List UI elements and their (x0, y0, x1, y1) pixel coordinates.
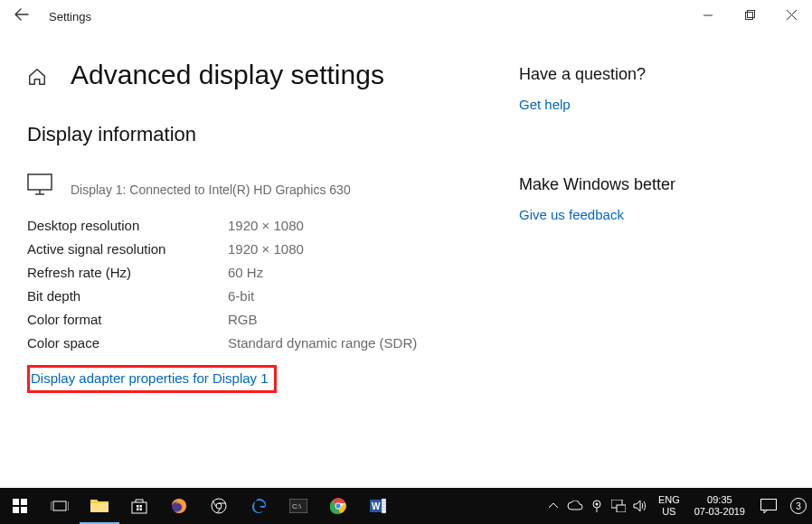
prop-value: Standard dynamic range (SDR) (228, 331, 417, 354)
question-heading: Have a question? (519, 65, 675, 84)
svg-text:W: W (372, 501, 381, 511)
svg-rect-42 (617, 505, 626, 512)
minimize-icon (703, 11, 713, 20)
app-title: Settings (49, 10, 91, 23)
side-panel: Have a question? Get help Make Windows b… (519, 60, 675, 393)
table-row: Active signal resolution1920 × 1080 (27, 237, 417, 260)
page-title: Advanced display settings (71, 60, 384, 90)
prop-value: 1920 × 1080 (228, 213, 417, 237)
feedback-heading: Make Windows better (519, 175, 675, 194)
chrome-icon (330, 498, 346, 514)
prop-value: 6-bit (228, 284, 417, 307)
action-center-button[interactable] (752, 488, 785, 524)
maximize-button[interactable] (729, 0, 770, 33)
back-arrow-icon (14, 7, 29, 22)
svg-rect-16 (132, 502, 146, 513)
edge-button[interactable] (239, 488, 279, 524)
svg-rect-9 (21, 499, 27, 505)
ethernet-icon (611, 500, 626, 512)
svg-point-39 (595, 503, 598, 506)
svg-line-25 (212, 501, 217, 508)
language-indicator[interactable]: ENG US (651, 494, 687, 518)
prop-key: Refresh rate (Hz) (27, 260, 228, 284)
firefox-icon (171, 498, 187, 514)
prop-key: Desktop resolution (27, 213, 228, 237)
display-adapter-properties-link[interactable]: Display adapter properties for Display 1 (31, 370, 269, 386)
notification-icon (760, 499, 777, 513)
svg-rect-33 (382, 499, 386, 513)
taskview-icon (51, 500, 69, 512)
chevron-up-icon (549, 503, 558, 509)
minimize-button[interactable] (687, 0, 729, 33)
store-button[interactable] (119, 488, 159, 524)
give-feedback-link[interactable]: Give us feedback (519, 207, 675, 222)
taskbar: C:\ W ENG US 09:35 07-03-2019 3 (0, 488, 812, 524)
chrome-outline-icon (211, 498, 227, 514)
svg-rect-17 (137, 505, 139, 508)
badge-circle: 3 (790, 498, 807, 514)
cloud-icon (567, 501, 583, 511)
location-icon (591, 500, 602, 512)
prop-value: 60 Hz (228, 260, 417, 284)
svg-point-30 (335, 503, 341, 509)
tray-overflow-button[interactable] (543, 488, 564, 524)
windows-icon (13, 499, 27, 513)
svg-rect-1 (745, 13, 752, 20)
display-connected-label: Display 1: Connected to Intel(R) HD Grap… (71, 182, 351, 197)
word-button[interactable]: W (358, 488, 398, 524)
back-button[interactable] (0, 7, 43, 25)
word-icon: W (370, 498, 386, 514)
clock[interactable]: 09:35 07-03-2019 (687, 494, 752, 518)
display-properties-table: Desktop resolution1920 × 1080 Active sig… (27, 213, 417, 354)
svg-rect-12 (53, 501, 66, 510)
svg-rect-43 (761, 500, 777, 510)
table-row: Bit depth6-bit (27, 284, 417, 307)
table-row: Color formatRGB (27, 307, 417, 331)
chrome-color-button[interactable] (318, 488, 358, 524)
badge-count: 3 (796, 501, 801, 511)
table-row: Color spaceStandard dynamic range (SDR) (27, 331, 417, 354)
system-tray: ENG US 09:35 07-03-2019 3 (543, 488, 812, 524)
svg-rect-11 (21, 507, 27, 513)
prop-value: RGB (228, 307, 417, 331)
terminal-button[interactable]: C:\ (279, 488, 318, 524)
onedrive-tray-icon[interactable] (564, 488, 586, 524)
close-button[interactable] (770, 0, 812, 33)
prop-key: Bit depth (27, 284, 228, 307)
chrome-button[interactable] (199, 488, 239, 524)
network-tray-icon[interactable] (608, 488, 629, 524)
table-row: Desktop resolution1920 × 1080 (27, 213, 417, 237)
clock-time: 09:35 (694, 494, 745, 506)
svg-rect-8 (13, 499, 19, 505)
svg-rect-10 (13, 507, 19, 513)
svg-rect-5 (28, 174, 52, 190)
monitor-icon (27, 173, 52, 195)
volume-tray-icon[interactable] (629, 488, 651, 524)
section-title: Display information (27, 123, 515, 146)
svg-rect-18 (140, 505, 143, 508)
prop-key: Active signal resolution (27, 237, 228, 260)
taskview-button[interactable] (40, 488, 80, 524)
lang-secondary: US (658, 506, 680, 518)
svg-text:C:\: C:\ (292, 502, 302, 510)
close-icon (787, 10, 797, 20)
clock-date: 07-03-2019 (694, 506, 745, 518)
notification-badge[interactable]: 3 (785, 488, 812, 524)
folder-icon (90, 498, 109, 512)
prop-key: Color space (27, 331, 228, 354)
start-button[interactable] (0, 488, 40, 524)
location-tray-icon[interactable] (586, 488, 608, 524)
svg-rect-19 (137, 509, 139, 511)
speaker-icon (633, 500, 647, 512)
highlight-box: Display adapter properties for Display 1 (27, 365, 277, 393)
file-explorer-button[interactable] (80, 488, 119, 524)
home-icon[interactable] (27, 67, 47, 87)
terminal-icon: C:\ (289, 499, 307, 513)
svg-rect-2 (747, 11, 754, 18)
get-help-link[interactable]: Get help (519, 97, 675, 112)
titlebar: Settings (0, 0, 812, 33)
edge-icon (250, 498, 267, 514)
firefox-button[interactable] (159, 488, 199, 524)
svg-rect-15 (90, 503, 109, 512)
prop-key: Color format (27, 307, 228, 331)
